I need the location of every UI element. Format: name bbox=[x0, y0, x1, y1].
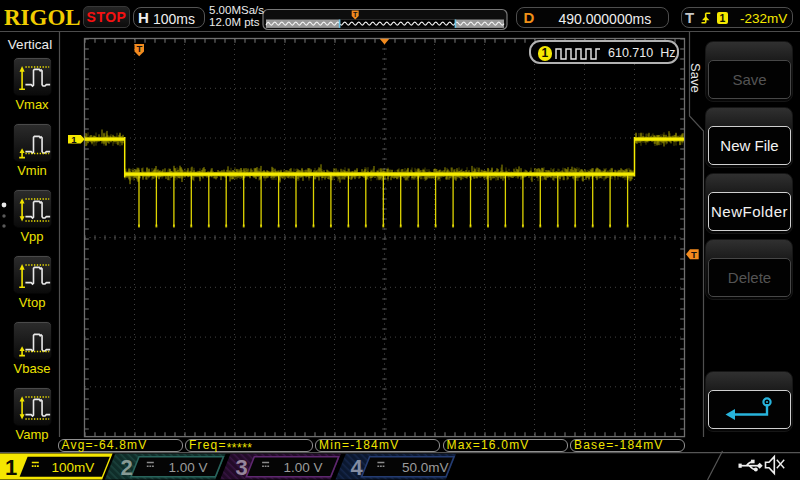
svg-text:4: 4 bbox=[351, 455, 364, 480]
svg-text:1: 1 bbox=[5, 455, 17, 480]
svg-text:1.00 V: 1.00 V bbox=[284, 460, 323, 475]
svg-text:1: 1 bbox=[71, 134, 77, 145]
svg-text:T: T bbox=[353, 11, 358, 18]
svg-text:T: T bbox=[691, 249, 697, 260]
svg-text:T: T bbox=[136, 43, 142, 54]
svg-text:50.0mV: 50.0mV bbox=[402, 460, 449, 475]
svg-text:100mV: 100mV bbox=[52, 460, 95, 475]
svg-text:1.00 V: 1.00 V bbox=[169, 460, 208, 475]
svg-text:3: 3 bbox=[236, 455, 248, 480]
svg-text:2: 2 bbox=[121, 455, 133, 480]
